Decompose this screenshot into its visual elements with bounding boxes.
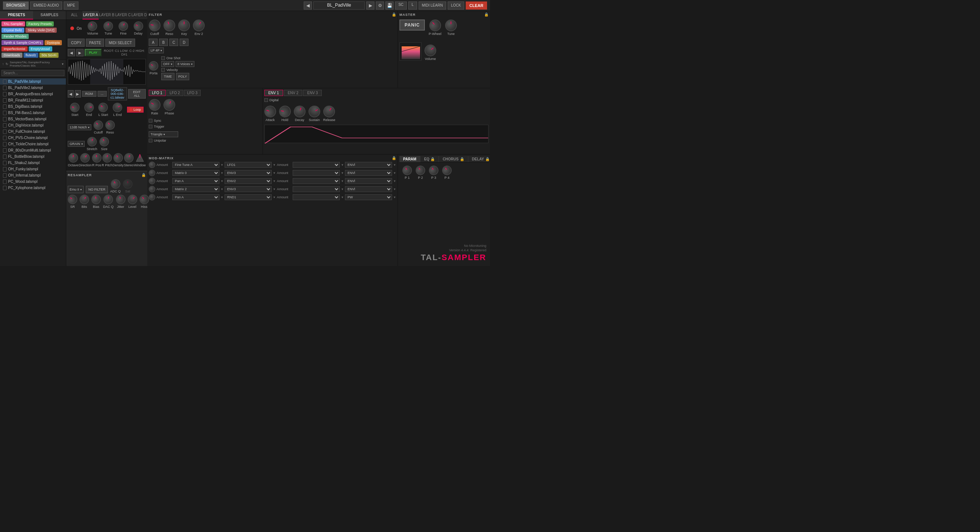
voices-select[interactable]: 8 Voices	[176, 61, 194, 67]
sat-knob[interactable]	[123, 179, 132, 189]
tab-eq[interactable]: EQ 🔒	[420, 156, 439, 162]
filter-key-knob[interactable]	[178, 19, 190, 31]
mod-matrix-lock-icon[interactable]: 🔒	[392, 156, 396, 160]
size-knob[interactable]	[98, 135, 110, 148]
list-item[interactable]: FL_Shaku2.talsmpl	[0, 160, 66, 166]
preset-tag[interactable]: 50s Sci-Fi	[40, 52, 59, 58]
mm-amount-knob-0[interactable]	[149, 162, 155, 168]
env3-tab[interactable]: ENV 3	[303, 90, 322, 96]
param-knob-1[interactable]	[414, 164, 427, 177]
mm-source-select-2[interactable]: Pan A	[172, 178, 220, 184]
file-prev-button[interactable]: ◀	[68, 90, 74, 97]
sr-knob[interactable]	[66, 193, 80, 206]
save-icon[interactable]: 💾	[385, 2, 393, 10]
refresh-button[interactable]: ↻	[6, 62, 8, 66]
preset-tag[interactable]: Synth & Sample CHOIR's	[2, 40, 43, 45]
param-knob-2[interactable]	[427, 164, 440, 177]
list-item[interactable]: OH_Funky.talsmpl	[0, 166, 66, 172]
tab-layer-a[interactable]: LAYER A	[83, 11, 99, 19]
more-button[interactable]: ...	[97, 91, 107, 97]
mpe-button[interactable]: MPE	[64, 2, 78, 10]
mm-mod-select-1[interactable]: ENV3	[224, 170, 272, 176]
preset-tag[interactable]: Dystopia	[45, 40, 62, 45]
list-item[interactable]: DR_80sDrumMulti.talsmpl	[0, 147, 66, 153]
lock-button[interactable]: LOCK	[448, 2, 464, 10]
end-knob[interactable]	[84, 102, 95, 113]
bits-knob[interactable]	[78, 193, 91, 206]
window-knob[interactable]	[135, 153, 145, 163]
path-dropdown-arrow[interactable]: ▾	[62, 62, 64, 66]
eq-lock-icon[interactable]: 🔒	[430, 157, 435, 161]
resampler-lock-icon[interactable]: 🔒	[142, 173, 146, 177]
filter-type-dropdown[interactable]: 12dB Notch	[68, 124, 91, 130]
lfo-unipolar-checkbox[interactable]	[149, 139, 153, 142]
grain-dropdown[interactable]: GRAIN	[68, 141, 85, 147]
mm-source-select-1[interactable]: Matrix 0	[172, 170, 220, 176]
mm-mod-select-0[interactable]: LFO1	[224, 162, 272, 168]
list-item[interactable]: PC_Xylophone.talsmpl	[0, 185, 66, 191]
next-preset-button[interactable]: ▶	[366, 2, 374, 10]
env-attack-knob[interactable]	[262, 104, 278, 119]
mm-dest-select-2[interactable]	[293, 178, 340, 184]
list-item[interactable]: PC_Wood.talsmpl	[0, 178, 66, 185]
stretch-knob[interactable]	[86, 136, 97, 147]
mm-out-select-0[interactable]: ENVl	[345, 162, 392, 168]
mm-dest-select-4[interactable]	[293, 194, 340, 200]
list-item[interactable]: CH_FullChoire.talsmpl	[0, 129, 66, 135]
panic-button[interactable]: PANIC	[399, 19, 425, 30]
presets-tab[interactable]: PRESETS	[0, 11, 33, 19]
stereo-knob[interactable]	[123, 152, 135, 164]
master-tune-knob[interactable]	[445, 19, 457, 31]
env-digital-checkbox[interactable]	[264, 98, 268, 102]
tab-layer-d[interactable]: LAYER D	[131, 11, 147, 19]
tab-all[interactable]: ALL	[66, 11, 83, 19]
filter-a-button[interactable]: A	[149, 39, 158, 46]
list-item[interactable]: BS_FM-Bass1.talsmpl	[0, 110, 66, 116]
list-item[interactable]: BS_VectorBass.talsmpl	[0, 116, 66, 122]
preset-tag[interactable]: Imperfectionist	[2, 46, 28, 51]
sample-cutoff-knob[interactable]	[92, 119, 105, 132]
mm-source-select-4[interactable]: Pan A	[172, 194, 220, 200]
env1-tab[interactable]: ENV 1	[264, 90, 283, 96]
list-item[interactable]: BL_PadVille2.talsmpl	[0, 85, 66, 91]
loop-button[interactable]: Loop	[127, 107, 143, 113]
preset-tag[interactable]: Crystal Bellz	[2, 28, 24, 33]
tab-chorus[interactable]: CHORUS 🔒	[439, 156, 468, 162]
mm-amount-knob-2[interactable]	[149, 178, 155, 184]
lfo-rate-knob[interactable]	[147, 97, 163, 113]
p-wheel-knob[interactable]	[427, 17, 443, 33]
mm-source-select-3[interactable]: Matrix 2	[172, 186, 220, 192]
preset-tag[interactable]: flutesfz	[24, 52, 39, 58]
copy-button[interactable]: COPY	[68, 39, 85, 47]
mm-out-select-4[interactable]: PW	[345, 194, 392, 200]
l-start-knob[interactable]	[97, 101, 110, 114]
env-release-knob[interactable]	[321, 103, 337, 119]
list-item[interactable]: BS_DigiBass.talsmpl	[0, 103, 66, 110]
sample-reso-knob[interactable]	[103, 119, 117, 132]
list-item[interactable]: CH_TickleChoire.talsmpl	[0, 141, 66, 147]
mm-dest-select-3[interactable]	[293, 186, 340, 192]
bias-knob[interactable]	[91, 194, 102, 205]
jitter-knob[interactable]	[115, 193, 127, 205]
mm-dest-select-1[interactable]	[293, 170, 340, 176]
preset-tag[interactable]: Slinky Violin [SFZ]	[25, 28, 57, 33]
fine-knob[interactable]	[117, 20, 129, 32]
param-knob-0[interactable]	[401, 164, 414, 177]
settings-icon[interactable]: ⚙	[376, 2, 384, 10]
lfo-waveform-select[interactable]: Triangle	[149, 131, 178, 137]
sc-button[interactable]: SC	[395, 2, 407, 10]
clear-button[interactable]: CLEAR	[466, 2, 487, 10]
mm-mod-select-2[interactable]: ENV2	[224, 178, 272, 184]
preset-tag[interactable]: Fender Rhodes	[2, 34, 29, 39]
prev-preset-button[interactable]: ◀	[304, 2, 312, 10]
env-hold-knob[interactable]	[278, 105, 291, 118]
one-shot-checkbox[interactable]	[161, 56, 165, 60]
mm-amount-knob-4[interactable]	[149, 194, 155, 200]
lfo1-tab[interactable]: LFO 1	[149, 90, 165, 96]
param-knob-3[interactable]	[440, 164, 453, 177]
filter-env2-knob[interactable]	[191, 17, 207, 33]
mm-dest-select-0[interactable]	[293, 162, 340, 168]
preset-tag[interactable]: EmptyVessel	[29, 46, 52, 51]
list-item[interactable]: OH_Infernal.talsmpl	[0, 172, 66, 178]
lfo3-tab[interactable]: LFO 3	[184, 90, 201, 96]
